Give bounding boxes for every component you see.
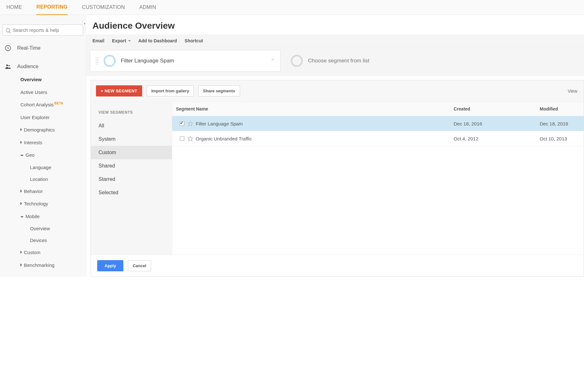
search-input[interactable]: [13, 27, 80, 33]
nav-admin[interactable]: ADMIN: [139, 0, 156, 15]
sidebar-sub-demographics[interactable]: Demographics: [0, 124, 86, 136]
segment-ring-icon: [291, 55, 303, 67]
sidebar-sub-interests[interactable]: Interests: [0, 136, 86, 149]
sidebar-item-label: Audience: [17, 64, 39, 69]
sidebar-sub-label: Mobile: [26, 214, 40, 219]
sidebar-sub-language[interactable]: Language: [0, 161, 86, 173]
sidebar-sub-behavior[interactable]: Behavior: [0, 185, 86, 198]
page-title: Audience Overview: [92, 21, 578, 31]
nav-customization[interactable]: CUSTOMIZATION: [82, 0, 125, 15]
col-segment-name[interactable]: Segment Name: [172, 102, 450, 116]
segment-table-header: Segment Name Created Modified: [172, 102, 584, 116]
svg-point-1: [6, 65, 8, 67]
sidebar-sub-label: Cohort Analysis: [20, 102, 54, 107]
segment-filter-selected[interactable]: Selected: [91, 186, 172, 199]
caret-right-icon: [20, 128, 22, 131]
sidebar-sub-label: Technology: [24, 201, 48, 206]
svg-point-2: [9, 65, 10, 66]
search-reports-box[interactable]: [3, 25, 83, 36]
main-content: Audience Overview Email Export Add to Da…: [86, 15, 584, 277]
segment-chips-row: Filter Language Spam ⌄ Choose segment fr…: [86, 47, 584, 76]
search-icon: [6, 28, 10, 32]
segment-filter-sidebar: VIEW SEGMENTS All System Custom Shared S…: [91, 102, 172, 255]
sidebar-sub-label: Interests: [24, 140, 42, 145]
caret-right-icon: [20, 263, 22, 267]
sidebar-sub-cohort[interactable]: Cohort AnalysisBETA: [0, 98, 86, 111]
report-toolbar: Email Export Add to Dashboard Shortcut: [86, 35, 584, 47]
sidebar-sub-location[interactable]: Location: [0, 173, 86, 185]
svg-marker-4: [188, 136, 193, 141]
sidebar-sub-user-explorer[interactable]: User Explorer: [0, 111, 86, 124]
sidebar-sub-mobile-overview[interactable]: Overview: [0, 223, 86, 234]
share-segments-button[interactable]: Share segments: [198, 85, 240, 96]
row-checkbox[interactable]: [180, 136, 184, 141]
toolbar-add-dashboard[interactable]: Add to Dashboard: [138, 38, 177, 43]
nav-home[interactable]: HOME: [6, 0, 22, 15]
segment-filter-system[interactable]: System: [91, 132, 172, 146]
apply-button[interactable]: Apply: [97, 260, 123, 271]
segment-modified: Oct 10, 2013: [536, 132, 584, 146]
segment-filter-title: VIEW SEGMENTS: [91, 108, 172, 119]
segment-ring-icon: [104, 55, 116, 67]
segment-chip-label: Choose segment from list: [308, 58, 369, 64]
sidebar-sub-label: Demographics: [24, 127, 55, 132]
segment-filter-all[interactable]: All: [91, 119, 172, 132]
clock-icon: [4, 45, 11, 52]
drag-handle-icon[interactable]: [95, 57, 99, 64]
row-checkbox[interactable]: [180, 121, 184, 126]
segment-filter-custom[interactable]: Custom: [91, 146, 172, 159]
segment-panel-toolbar: + NEW SEGMENT Import from gallery Share …: [91, 80, 584, 102]
segment-chip-label: Filter Language Spam: [121, 58, 174, 64]
segment-filter-starred[interactable]: Starred: [91, 173, 172, 186]
sidebar-sub-label: Behavior: [24, 189, 43, 194]
sidebar-sub-benchmarking[interactable]: Benchmarking: [0, 259, 86, 272]
segment-modified: Dec 18, 2016: [536, 117, 584, 131]
left-sidebar: ◂ Real-Time Audience Overview Active Use…: [0, 15, 86, 277]
segment-created: Oct 4, 2012: [450, 132, 536, 146]
segment-row[interactable]: Filter Language Spam Dec 18, 2016 Dec 18…: [172, 116, 584, 131]
caret-down-icon: [20, 155, 24, 156]
chevron-down-icon[interactable]: ⌄: [270, 55, 275, 62]
page-title-bar: Audience Overview: [86, 15, 584, 35]
segment-filter-shared[interactable]: Shared: [91, 159, 172, 173]
caret-right-icon: [20, 251, 22, 254]
new-segment-button[interactable]: + NEW SEGMENT: [96, 85, 142, 96]
beta-badge: BETA: [54, 102, 63, 105]
col-created[interactable]: Created: [450, 102, 536, 116]
sidebar-sub-mobile-devices[interactable]: Devices: [0, 234, 86, 246]
star-icon[interactable]: [187, 136, 193, 141]
people-icon: [4, 63, 11, 70]
cancel-button[interactable]: Cancel: [128, 260, 151, 271]
view-toggle[interactable]: View: [568, 89, 577, 94]
segment-chip-placeholder[interactable]: Choose segment from list: [286, 50, 476, 72]
sidebar-collapse-handle[interactable]: ◂: [82, 19, 86, 27]
svg-marker-3: [188, 121, 193, 126]
sidebar-item-audience[interactable]: Audience: [0, 60, 86, 73]
sidebar-sub-label: Geo: [26, 152, 34, 158]
sidebar-sub-mobile[interactable]: Mobile: [0, 210, 86, 223]
segment-created: Dec 18, 2016: [450, 117, 536, 131]
top-nav: HOME REPORTING CUSTOMIZATION ADMIN: [0, 0, 584, 15]
sidebar-sub-label: Custom: [24, 250, 40, 255]
caret-right-icon: [20, 202, 22, 205]
sidebar-sub-overview[interactable]: Overview: [0, 73, 86, 86]
toolbar-shortcut[interactable]: Shortcut: [185, 38, 203, 43]
segment-chip-active[interactable]: Filter Language Spam ⌄: [90, 50, 281, 72]
segment-panel-footer: Apply Cancel: [91, 255, 584, 276]
sidebar-sub-geo[interactable]: Geo: [0, 149, 86, 161]
sidebar-sub-active-users[interactable]: Active Users: [0, 86, 86, 99]
star-icon[interactable]: [187, 121, 193, 126]
caret-down-icon: [20, 216, 24, 218]
sidebar-item-realtime[interactable]: Real-Time: [0, 41, 86, 55]
nav-reporting[interactable]: REPORTING: [36, 0, 68, 15]
sidebar-sub-technology[interactable]: Technology: [0, 197, 86, 210]
caret-right-icon: [20, 141, 22, 144]
import-gallery-button[interactable]: Import from gallery: [147, 85, 194, 96]
toolbar-email[interactable]: Email: [92, 38, 104, 43]
sidebar-item-label: Real-Time: [17, 45, 40, 51]
toolbar-export[interactable]: Export: [112, 38, 130, 43]
segment-row[interactable]: Organic Unbranded Traffic Oct 4, 2012 Oc…: [172, 131, 584, 146]
col-modified[interactable]: Modified: [536, 102, 584, 116]
sidebar-sub-custom[interactable]: Custom: [0, 246, 86, 259]
sidebar-sub-label: Benchmarking: [24, 262, 55, 268]
